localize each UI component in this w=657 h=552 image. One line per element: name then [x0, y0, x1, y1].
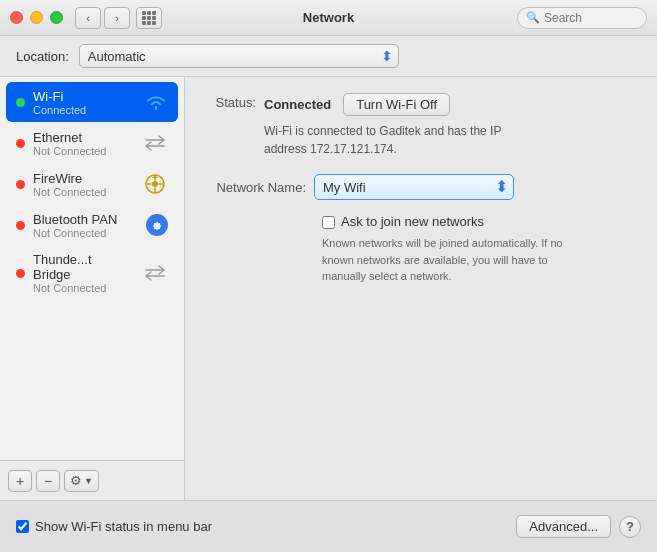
- show-wifi-checkbox[interactable]: [16, 520, 29, 533]
- close-button[interactable]: [10, 11, 23, 24]
- ask-to-join-label[interactable]: Ask to join new networks: [341, 214, 484, 229]
- network-name-row: Network Name: My Wifi Other... ⬍: [201, 174, 641, 200]
- location-label: Location:: [16, 49, 69, 64]
- gear-dropdown-arrow: ▼: [84, 476, 93, 486]
- bluetooth-status-dot: [16, 221, 25, 230]
- status-row: Status: Connected Turn Wi-Fi Off Wi-Fi i…: [201, 93, 641, 158]
- network-name-select-wrapper[interactable]: My Wifi Other... ⬍: [314, 174, 514, 200]
- ask-to-join-row: Ask to join new networks: [322, 214, 641, 229]
- sidebar-list: Wi-Fi Connected Ethernet Not Connected: [0, 77, 184, 460]
- help-button[interactable]: ?: [619, 516, 641, 538]
- wifi-status: Connected: [33, 104, 132, 116]
- wifi-info: Wi-Fi Connected: [33, 89, 132, 116]
- location-bar: Location: Automatic Home Work ⬍: [0, 36, 657, 77]
- wifi-name: Wi-Fi: [33, 89, 132, 104]
- status-value: Connected: [264, 97, 331, 112]
- title-bar: ‹ › Network 🔍: [0, 0, 657, 36]
- thunderbolt-status-dot: [16, 269, 25, 278]
- svg-point-1: [152, 181, 158, 187]
- show-wifi-row: Show Wi-Fi status in menu bar: [16, 519, 508, 534]
- ethernet-name: Ethernet: [33, 130, 132, 145]
- bluetooth-status: Not Connected: [33, 227, 132, 239]
- wifi-status-dot: [16, 98, 25, 107]
- firewire-status-dot: [16, 180, 25, 189]
- add-network-button[interactable]: +: [8, 470, 32, 492]
- grid-icon: [142, 11, 156, 25]
- wifi-icon: [140, 88, 168, 116]
- location-select[interactable]: Automatic Home Work: [79, 44, 399, 68]
- search-input[interactable]: [544, 11, 634, 25]
- traffic-lights: [10, 11, 63, 24]
- ask-to-join-checkbox[interactable]: [322, 216, 335, 229]
- turn-wifi-button[interactable]: Turn Wi-Fi Off: [343, 93, 450, 116]
- advanced-button[interactable]: Advanced...: [516, 515, 611, 538]
- sidebar-item-bluetooth[interactable]: Bluetooth PAN Not Connected ⎈: [6, 205, 178, 245]
- sidebar: Wi-Fi Connected Ethernet Not Connected: [0, 77, 185, 500]
- minimize-button[interactable]: [30, 11, 43, 24]
- bottom-bar: Show Wi-Fi status in menu bar Advanced..…: [0, 500, 657, 552]
- ask-to-join-description: Known networks will be joined automatica…: [322, 235, 592, 285]
- thunderbolt-name: Thunde...t Bridge: [33, 252, 132, 282]
- gear-icon: ⚙: [70, 473, 82, 488]
- show-wifi-label[interactable]: Show Wi-Fi status in menu bar: [35, 519, 212, 534]
- thunderbolt-icon: [140, 259, 168, 287]
- sidebar-item-firewire[interactable]: FireWire Not Connected: [6, 164, 178, 204]
- network-name-select[interactable]: My Wifi Other...: [314, 174, 514, 200]
- thunderbolt-info: Thunde...t Bridge Not Connected: [33, 252, 132, 294]
- nav-buttons: ‹ ›: [75, 7, 130, 29]
- ethernet-status: Not Connected: [33, 145, 132, 157]
- status-description: Wi-Fi is connected to Gaditek and has th…: [264, 122, 544, 158]
- firewire-info: FireWire Not Connected: [33, 171, 132, 198]
- location-select-wrapper[interactable]: Automatic Home Work ⬍: [79, 44, 399, 68]
- ethernet-icon: [140, 129, 168, 157]
- maximize-button[interactable]: [50, 11, 63, 24]
- thunderbolt-status: Not Connected: [33, 282, 132, 294]
- detail-panel: Status: Connected Turn Wi-Fi Off Wi-Fi i…: [185, 77, 657, 500]
- status-content: Connected Turn Wi-Fi Off Wi-Fi is connec…: [264, 93, 641, 158]
- search-icon: 🔍: [526, 11, 540, 24]
- main-content: Wi-Fi Connected Ethernet Not Connected: [0, 77, 657, 500]
- sidebar-item-wifi[interactable]: Wi-Fi Connected: [6, 82, 178, 122]
- sidebar-item-ethernet[interactable]: Ethernet Not Connected: [6, 123, 178, 163]
- sidebar-item-thunderbolt[interactable]: Thunde...t Bridge Not Connected: [6, 246, 178, 300]
- grid-button[interactable]: [136, 7, 162, 29]
- forward-button[interactable]: ›: [104, 7, 130, 29]
- search-bar[interactable]: 🔍: [517, 7, 647, 29]
- firewire-icon: [140, 170, 168, 198]
- window-title: Network: [303, 10, 354, 25]
- ethernet-status-dot: [16, 139, 25, 148]
- status-label: Status:: [201, 93, 256, 110]
- bluetooth-icon: ⎈: [140, 211, 168, 239]
- ethernet-info: Ethernet Not Connected: [33, 130, 132, 157]
- firewire-status: Not Connected: [33, 186, 132, 198]
- gear-button[interactable]: ⚙ ▼: [64, 470, 99, 492]
- sidebar-footer: + − ⚙ ▼: [0, 460, 184, 500]
- bluetooth-info: Bluetooth PAN Not Connected: [33, 212, 132, 239]
- bluetooth-symbol: ⎈: [146, 214, 168, 236]
- network-name-label: Network Name:: [201, 180, 306, 195]
- back-button[interactable]: ‹: [75, 7, 101, 29]
- firewire-name: FireWire: [33, 171, 132, 186]
- bluetooth-name: Bluetooth PAN: [33, 212, 132, 227]
- status-connected-row: Connected Turn Wi-Fi Off: [264, 93, 641, 116]
- remove-network-button[interactable]: −: [36, 470, 60, 492]
